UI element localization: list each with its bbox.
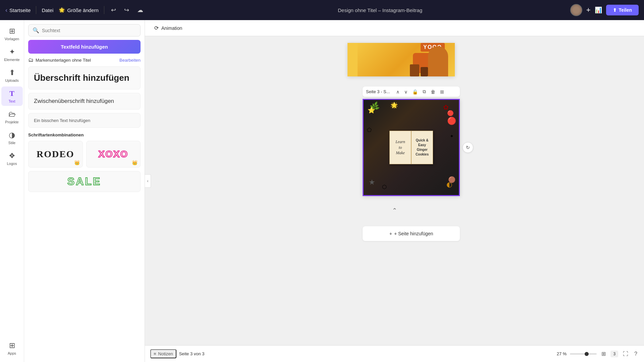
undo-button[interactable]: ↩ <box>110 5 117 15</box>
zoom-slider[interactable] <box>570 353 597 355</box>
sidebar-item-vorlagen[interactable]: ⊞ Vorlagen <box>1 24 23 44</box>
navbar-right: + 📊 ⬆ Teilen <box>570 4 639 16</box>
animation-icon: ⟳ <box>154 25 159 31</box>
sidebar-item-stile[interactable]: ◑ Stile <box>1 128 23 147</box>
page-down-button[interactable]: ∨ <box>403 88 409 95</box>
page-delete-button[interactable]: 🗑 <box>429 88 437 95</box>
font-rodeo-text: RODEO <box>37 149 74 160</box>
sidebar-item-text[interactable]: T Text <box>1 86 23 106</box>
avatar[interactable] <box>570 4 582 16</box>
food-deco-11: ⬠ <box>367 127 372 133</box>
food-deco-10: 🟤 <box>448 176 455 183</box>
text-icon: T <box>9 89 14 98</box>
rotate-handle[interactable]: ↻ <box>463 142 473 153</box>
save-button[interactable]: ☁ <box>136 5 145 15</box>
notes-button[interactable]: ≡ Notizen <box>150 349 176 358</box>
projekte-icon: 🗁 <box>8 110 16 119</box>
hide-panel-button[interactable]: ‹ <box>145 174 151 188</box>
search-icon: 🔍 <box>33 27 39 34</box>
stile-icon: ◑ <box>9 131 15 139</box>
add-subheading-item[interactable]: Zwischenüberschrift hinzufügen <box>28 93 141 110</box>
font-combo-rodeo[interactable]: RODEO 👑 <box>28 141 83 168</box>
brand-icon: 🗂 <box>28 57 34 63</box>
font-sale-text: SALE <box>67 175 101 188</box>
slide-3[interactable]: 🌿 🌟 ✿ 🔴 🔴 ⭐ ★ ⬡ ◐ 🟤 ⬠ ✦ LearntoMake <box>363 99 460 196</box>
crown-badge-2: 👑 <box>132 160 138 165</box>
search-box[interactable]: 🔍 <box>28 24 141 37</box>
animation-button[interactable]: ⟳ Animation <box>150 23 186 33</box>
food-deco-8: ⬡ <box>382 184 387 190</box>
page-up-button[interactable]: ∧ <box>395 88 401 95</box>
crown-badge-1: 👑 <box>74 160 80 165</box>
slide-1: YOOO <box>347 43 455 76</box>
page-duplicate-button[interactable]: ⧉ <box>421 88 427 95</box>
add-text-button[interactable]: Textfeld hinzufügen <box>28 40 141 54</box>
add-collaborator-button[interactable]: + <box>586 6 591 14</box>
file-menu[interactable]: Datei <box>42 7 53 13</box>
home-button[interactable]: ‹ Startseite <box>5 7 31 14</box>
slide3-background: 🌿 🌟 ✿ 🔴 🔴 ⭐ ★ ⬡ ◐ 🟤 ⬠ ✦ LearntoMake <box>364 100 459 195</box>
navbar: ‹ Startseite Datei 🌟 Größe ändern ↩ ↪ ☁ … <box>0 0 644 20</box>
zoom-level: 27 % <box>557 351 567 356</box>
rotate-icon: ↻ <box>466 145 470 150</box>
zoom-slider-thumb[interactable] <box>585 352 589 356</box>
book: LearntoMake Quick &EasyGingerCookies <box>389 131 433 164</box>
person-decoration <box>428 46 448 76</box>
food-deco-5: 🔴 <box>447 117 456 125</box>
left-panel: 🔍 Textfeld hinzufügen 🗂 Markenunterlagen… <box>24 20 145 362</box>
brand-row: 🗂 Markenunterlagen ohne Titel Bearbeiten <box>28 57 141 63</box>
logos-icon: ❖ <box>9 152 15 160</box>
font-xoxo-text: XOXO <box>98 149 128 160</box>
elemente-icon: ✦ <box>9 48 15 56</box>
heading-preview: Überschrift hinzufügen <box>34 73 135 83</box>
canvas-scroll[interactable]: YOOO Seite 3 - S... ∧ ∨ 🔒 ⧉ 🗑 ⊞ <box>145 36 644 343</box>
boxes-decoration <box>410 64 428 76</box>
canvas-chevron-up[interactable]: ⌃ <box>391 205 398 216</box>
search-input[interactable] <box>42 28 136 33</box>
document-title: Design ohne Titel – Instagram-Beitrag <box>196 7 565 13</box>
book-left-text: LearntoMake <box>395 139 405 156</box>
sidebar-item-logos[interactable]: ❖ Logos <box>1 149 23 168</box>
help-button[interactable]: ? <box>633 350 639 358</box>
bottom-right: 27 % ⊞ 3 ⛶ ? <box>557 349 639 358</box>
apps-icon: ⊞ <box>9 341 15 350</box>
sidebar-item-elemente[interactable]: ✦ Elemente <box>1 45 23 64</box>
share-button[interactable]: ⬆ Teilen <box>606 5 639 15</box>
bottom-bar: ≡ Notizen Seite 3 von 3 27 % ⊞ 3 ⛶ ? <box>145 345 644 362</box>
slide3-container: 🌿 🌟 ✿ 🔴 🔴 ⭐ ★ ⬡ ◐ 🟤 ⬠ ✦ LearntoMake <box>363 99 460 196</box>
redo-button[interactable]: ↪ <box>123 5 130 15</box>
book-left-page: LearntoMake <box>390 131 412 164</box>
sidebar-item-projekte[interactable]: 🗁 Projekte <box>1 107 23 127</box>
page-lock-button[interactable]: 🔒 <box>411 88 419 95</box>
page3-wrapper: Seite 3 - S... ∧ ∨ 🔒 ⧉ 🗑 ⊞ 🌿 🌟 ✿ 🔴 🔴 ⭐ ★ <box>363 86 460 196</box>
grid-view-button[interactable]: ⊞ <box>600 349 607 358</box>
sidebar-item-uploads[interactable]: ⬆ Uploads <box>1 66 23 85</box>
bottom-left: ≡ Notizen Seite 3 von 3 <box>150 349 205 358</box>
food-deco-4: 🔴 <box>447 110 454 116</box>
add-page-button[interactable]: + + Seite hinzufügen <box>363 226 460 241</box>
add-body-item[interactable]: Ein bisschen Text hinzufügen <box>28 113 141 128</box>
add-heading-item[interactable]: Überschrift hinzufügen <box>28 66 141 89</box>
add-page-icon: + <box>389 231 392 236</box>
animation-bar: ⟳ Animation <box>145 20 644 36</box>
font-combo-sale[interactable]: SALE <box>28 171 141 192</box>
fullscreen-button[interactable]: ⛶ <box>622 350 630 358</box>
sidebar-item-apps[interactable]: ⊞ Apps <box>1 339 23 358</box>
page3-title: Seite 3 - S... <box>366 89 393 94</box>
vorlagen-icon: ⊞ <box>9 27 15 36</box>
page-add-button[interactable]: ⊞ <box>439 88 445 95</box>
resize-button[interactable]: 🌟 Größe ändern <box>59 7 98 13</box>
food-deco-12: ✦ <box>450 133 454 139</box>
font-combo-xoxo[interactable]: XOXO 👑 <box>86 141 141 168</box>
food-deco-6: ⭐ <box>368 107 375 114</box>
book-right-page: Quick &EasyGingerCookies <box>412 131 433 164</box>
slide1-wrapper: YOOO <box>368 43 455 76</box>
navbar-left: ‹ Startseite Datei 🌟 Größe ändern ↩ ↪ ☁ <box>5 5 190 15</box>
book-right-text: Quick &EasyGingerCookies <box>416 138 429 157</box>
analytics-button[interactable]: 📊 <box>595 6 602 14</box>
slide1-image: YOOO <box>358 43 455 76</box>
chevron-up-icon: ⌃ <box>392 207 397 214</box>
nav-divider2 <box>104 6 104 14</box>
font-combos-label: Schriftartenkombinationen <box>28 132 141 137</box>
brand-edit-button[interactable]: Bearbeiten <box>119 58 141 63</box>
